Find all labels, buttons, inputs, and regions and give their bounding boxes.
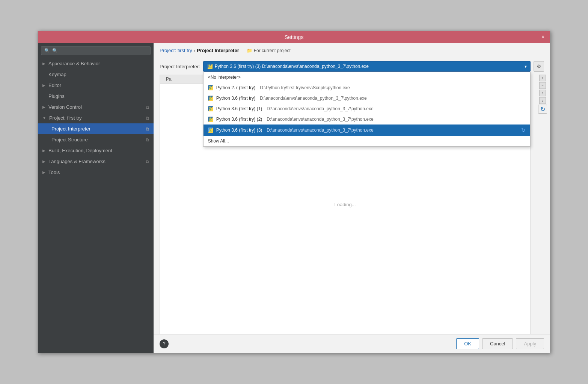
sidebar-item-project-interpreter[interactable]: Project Interpreter ⧉ [38,123,154,134]
sidebar-item-tools[interactable]: ▶ Tools [38,167,154,178]
interpreter-row: Project Interpreter: 🐍 Python 3.6 (first… [154,58,550,72]
sidebar-item-label: Keymap [48,72,66,77]
dropdown-item-label: Show All... [208,138,229,144]
for-project-badge: 📁 For current project [247,48,291,53]
for-project-label: For current project [254,48,291,53]
python-icon: 🐍 [208,96,213,101]
sidebar-item-languages[interactable]: ▶ Languages & Frameworks ⧉ [38,156,154,167]
chevron-right-icon: ▶ [42,105,45,109]
search-box[interactable]: 🔍 [41,46,151,55]
action-buttons: OK Cancel Apply [456,338,544,349]
chevron-right-icon: ▶ [42,148,45,153]
copy-icon: ⧉ [146,105,149,110]
chevron-right-icon: ▶ [42,159,45,164]
dropdown-item-name: Python 3.6 (first try) (3) [216,128,262,133]
apply-button[interactable]: Apply [516,338,544,349]
dropdown-item-path: D:\anaconda\envs\anaconda_python_3_7\pyt… [267,117,373,122]
breadcrumb-project-link[interactable]: Project: first try [160,48,192,53]
dropdown-item-name: Python 3.6 (first try) (1) [216,106,262,111]
sidebar-item-label: Plugins [48,93,65,99]
dropdown-item-py27[interactable]: 🐍 Python 2.7 (first try) D:\Python try\f… [204,82,530,93]
sidebar-item-label: Languages & Frameworks [48,159,106,164]
sidebar-item-plugins[interactable]: Plugins [38,91,154,102]
add-button[interactable]: + [539,75,546,81]
help-button[interactable]: ? [160,339,169,348]
package-header-text: Pa [166,76,172,82]
arrow-up-button[interactable]: ↑ [539,90,546,96]
sidebar-item-version-control[interactable]: ▶ Version Control ⧉ [38,102,154,112]
reload-icon: ↻ [540,106,545,113]
dropdown-item-path: D:\anaconda\envs\anaconda_python_3_7\pyt… [267,106,373,111]
search-icon: 🔍 [44,48,50,53]
python-icon: 🐍 [208,128,213,133]
chevron-right-icon: ▶ [42,170,45,174]
python-icon: 🐍 [208,106,213,111]
dropdown-item-py36-1[interactable]: 🐍 Python 3.6 (first try) (1) D:\anaconda… [204,104,530,114]
dropdown-item-py36-2[interactable]: 🐍 Python 3.6 (first try) (2) D:\anaconda… [204,114,530,124]
sidebar-item-label: Project: first try [49,115,82,121]
breadcrumb-current: Project Interpreter [197,48,239,53]
main-content: 🔍 ▶ Appearance & Behavior Keymap ▶ Edito… [38,43,550,353]
dropdown-item-show-all[interactable]: Show All... [204,136,530,146]
refresh-icon: ↻ [521,127,526,133]
sidebar-item-label: Tools [48,170,60,175]
dropdown-item-py36-3[interactable]: 🐍 Python 3.6 (first try) (3) D:\anaconda… [204,124,530,136]
interpreter-dropdown-menu: <No interpreter> 🐍 Python 2.7 (first try… [203,72,531,147]
breadcrumb-separator: › [194,48,195,53]
copy-icon: ⧉ [146,116,149,121]
sidebar-item-label: Appearance & Behavior [48,61,100,66]
sidebar-item-label: Editor [48,82,61,88]
dropdown-item-label: <No interpreter> [208,75,241,80]
python-icon: 🐍 [207,64,213,69]
dropdown-arrow-icon: ▼ [524,64,528,69]
dropdown-item-py36[interactable]: 🐍 Python 3.6 (first try) D:\anaconda\env… [204,93,530,104]
sidebar: 🔍 ▶ Appearance & Behavior Keymap ▶ Edito… [38,43,154,353]
dropdown-item-name: Python 3.6 (first try) [216,96,256,101]
settings-gear-button[interactable]: ⚙ [534,61,544,72]
sidebar-item-project[interactable]: ▼ Project: first try ⧉ [38,112,154,123]
sidebar-item-label: Build, Execution, Deployment [48,148,112,153]
dropdown-item-name: Python 3.6 (first try) (2) [216,117,262,122]
chevron-right-icon: ▶ [42,62,45,66]
dropdown-item-path: D:\Python try\first try\venv\Scripts\pyt… [260,85,350,90]
minus-button[interactable]: − [539,82,546,89]
close-button[interactable]: × [539,33,547,41]
folder-icon: 📁 [247,48,252,53]
right-panel: Project: first try › Project Interpreter… [154,43,550,353]
settings-window: Settings × 🔍 ▶ Appearance & Behavior Key… [38,31,550,353]
action-buttons-column: + − ↑ ↓ ↻ [537,75,549,334]
interpreter-combo-area: 🐍 Python 3.6 (first try) (3) D:\anaconda… [203,61,531,72]
sidebar-item-appearance[interactable]: ▶ Appearance & Behavior [38,58,154,69]
sidebar-item-label: Project Interpreter [51,126,90,132]
interpreter-label: Project Interpreter: [160,64,200,69]
copy-icon: ⧉ [146,126,149,132]
arrow-down-button[interactable]: ↓ [539,97,546,104]
search-input[interactable] [52,48,147,53]
copy-icon: ⧉ [146,159,149,164]
bottom-bar: ? OK Cancel Apply [154,334,550,353]
copy-icon: ⧉ [146,137,149,142]
sidebar-item-label: Version Control [48,104,82,110]
reload-button[interactable]: ↻ [538,105,547,114]
python-icon: 🐍 [208,117,213,122]
interpreter-dropdown[interactable]: 🐍 Python 3.6 (first try) (3) D:\anaconda… [203,61,531,72]
chevron-down-icon: ▼ [42,116,46,120]
sidebar-item-label: Project Structure [51,137,88,142]
dropdown-item-path: D:\anaconda\envs\anaconda_python_3_7\pyt… [267,128,373,133]
cancel-button[interactable]: Cancel [482,338,513,349]
python-icon: 🐍 [208,85,213,90]
title-bar: Settings × [38,31,550,43]
sidebar-item-build[interactable]: ▶ Build, Execution, Deployment [38,145,154,156]
sidebar-item-editor[interactable]: ▶ Editor [38,80,154,91]
dropdown-item-path: D:\anaconda\envs\anaconda_python_3_7\pyt… [260,96,366,101]
loading-text: Loading... [334,202,356,207]
dropdown-item-no-interp[interactable]: <No interpreter> [204,72,530,82]
sidebar-item-keymap[interactable]: Keymap [38,69,154,80]
ok-button[interactable]: OK [456,338,479,349]
dropdown-item-name: Python 2.7 (first try) [216,85,256,90]
interpreter-selected-value: Python 3.6 (first try) (3) D:\anaconda\e… [215,64,369,69]
window-title: Settings [285,34,304,40]
gear-icon: ⚙ [537,63,541,69]
sidebar-item-project-structure[interactable]: Project Structure ⧉ [38,134,154,145]
breadcrumb: Project: first try › Project Interpreter… [154,43,550,58]
